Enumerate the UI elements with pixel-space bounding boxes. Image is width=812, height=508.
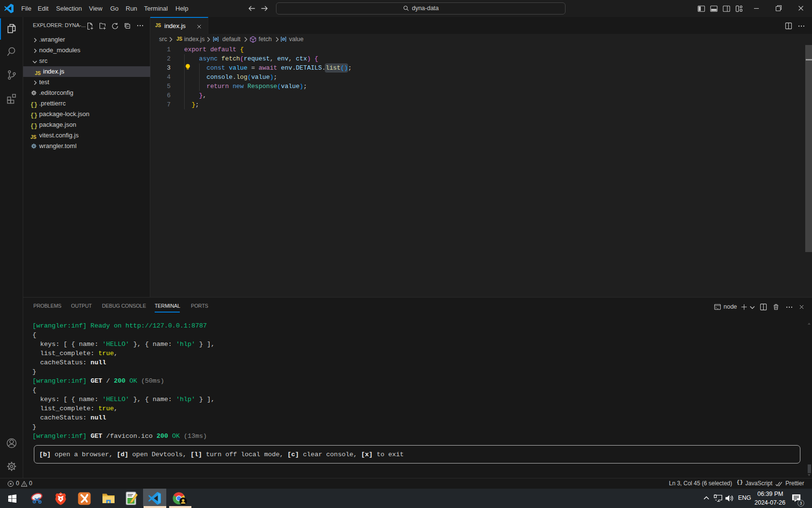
svg-text:3: 3: [800, 501, 802, 506]
